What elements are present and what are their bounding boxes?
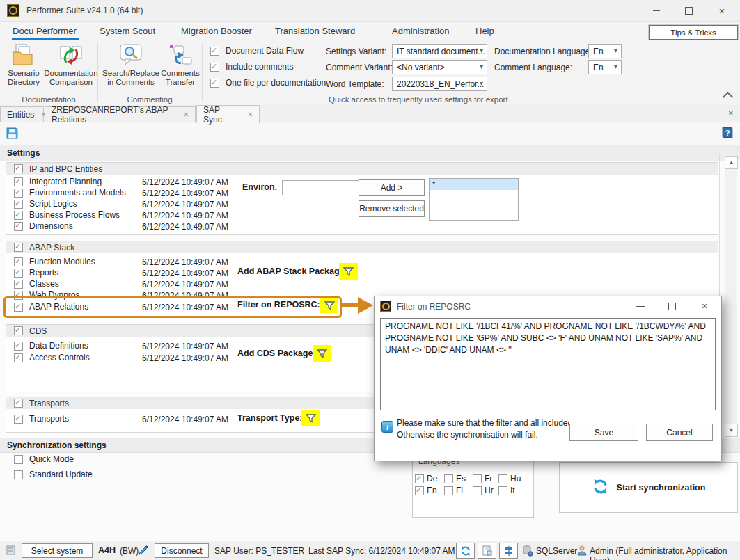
checkbox-icon[interactable]	[498, 486, 507, 495]
checkbox-icon[interactable]	[14, 455, 23, 464]
checkbox-icon[interactable]	[444, 474, 453, 483]
entity-row[interactable]: Environments and Models	[14, 188, 126, 198]
settings-compare-button[interactable]	[499, 543, 518, 559]
tab-sap-sync[interactable]: SAP Sync.×	[196, 105, 260, 123]
checkbox-icon[interactable]	[14, 243, 23, 252]
save-icon[interactable]	[6, 127, 19, 142]
scroll-down-icon[interactable]: ▼	[725, 424, 738, 437]
tips-and-tricks-button[interactable]: Tips & Tricks	[649, 25, 738, 40]
start-synchronization-button[interactable]: Start synchronization	[559, 462, 738, 513]
export-doc-button[interactable]	[478, 543, 496, 559]
checkbox-icon[interactable]	[14, 189, 23, 198]
entity-row[interactable]: Business Process Flows	[14, 210, 120, 220]
save-button[interactable]: Save	[569, 424, 638, 441]
comments-transfer-button[interactable]: Comments Transfer	[160, 43, 200, 87]
checkbox-icon[interactable]	[473, 474, 482, 483]
collapse-ribbon-icon[interactable]	[724, 93, 732, 101]
checkbox-icon[interactable]	[14, 211, 23, 220]
language-de[interactable]: De	[415, 474, 437, 483]
language-hu[interactable]: Hu	[498, 474, 521, 483]
language-es[interactable]: Es	[444, 474, 466, 483]
checkbox-icon[interactable]	[14, 326, 23, 335]
tab-abap-relations[interactable]: ZREPOSCANREPORT's ABAP Relations×	[45, 106, 196, 122]
entity-row[interactable]: Script Logics	[14, 199, 77, 209]
filter-icon[interactable]	[339, 263, 358, 280]
documentation-comparison-button[interactable]: Documentation Comparison	[43, 43, 99, 87]
language-fr[interactable]: Fr	[473, 474, 492, 483]
language-en[interactable]: En	[415, 486, 437, 495]
environ-list[interactable]: *	[429, 178, 519, 221]
standard-update-option[interactable]: Standard Update	[14, 470, 93, 479]
checkbox-icon[interactable]	[415, 486, 424, 495]
entity-row[interactable]: Transports	[14, 414, 69, 424]
filter-expression-input[interactable]: PROGNAME NOT LIKE '/1BCF41/%' AND PROGNA…	[380, 318, 716, 410]
entity-row[interactable]: Function Modules	[14, 257, 95, 266]
close-button[interactable]: ×	[706, 0, 738, 21]
help-icon[interactable]: ?	[721, 126, 734, 141]
option-one-file-per-documentation[interactable]: One file per documentation	[210, 78, 326, 88]
select-system-button[interactable]: Select system	[22, 543, 93, 558]
environ-input[interactable]	[282, 180, 360, 195]
filter-icon[interactable]	[313, 345, 331, 362]
dialog-maximize-button[interactable]	[661, 296, 683, 316]
comment-variant-dropdown[interactable]: <No variant>	[392, 60, 487, 74]
checkbox-icon[interactable]	[14, 269, 23, 278]
environ-add-button[interactable]: Add >	[359, 179, 425, 196]
checkbox-icon[interactable]	[498, 474, 507, 483]
menu-item-system-scout[interactable]: System Scout	[100, 26, 155, 36]
word-template-dropdown[interactable]: 20220318_EN_Perfor...	[392, 77, 487, 91]
checkbox-icon[interactable]	[14, 257, 23, 266]
tab-close-icon[interactable]: ×	[184, 110, 189, 120]
menu-item-docu-performer[interactable]: Docu Performer	[13, 26, 77, 36]
documentation-language-dropdown[interactable]: En	[588, 44, 622, 58]
checkbox-icon[interactable]	[210, 47, 219, 56]
environ-list-item-selected[interactable]: *	[430, 179, 518, 190]
tab-close-icon[interactable]: ×	[248, 110, 253, 120]
language-fi[interactable]: Fi	[444, 486, 463, 495]
sync-status-button[interactable]	[456, 543, 475, 559]
checkbox-icon[interactable]	[210, 63, 219, 72]
entity-row[interactable]: Reports	[14, 268, 58, 278]
dialog-minimize-button[interactable]: —	[629, 296, 652, 316]
menu-item-help[interactable]: Help	[475, 26, 494, 36]
checkbox-icon[interactable]	[14, 222, 23, 231]
search-replace-comments-button[interactable]: Search/Replace in Comments	[100, 43, 162, 87]
checkbox-icon[interactable]	[14, 353, 23, 362]
checkbox-icon[interactable]	[14, 342, 23, 351]
maximize-button[interactable]	[672, 0, 704, 21]
environ-remove-button[interactable]: Remove selected	[359, 200, 425, 217]
checkbox-icon[interactable]	[14, 177, 23, 186]
settings-variant-dropdown[interactable]: IT standard document...	[392, 44, 487, 58]
option-document-data-flow[interactable]: Document Data Flow	[210, 46, 304, 56]
checkbox-icon[interactable]	[14, 415, 23, 424]
checkbox-icon[interactable]	[14, 280, 23, 289]
tab-entities[interactable]: Entities×	[0, 106, 44, 122]
language-it[interactable]: It	[498, 486, 515, 495]
checkbox-icon[interactable]	[210, 79, 219, 88]
quick-mode-option[interactable]: Quick Mode	[14, 454, 74, 464]
dialog-close-button[interactable]: ×	[693, 296, 716, 316]
cancel-button[interactable]: Cancel	[646, 424, 713, 441]
entity-row[interactable]: Dimensions	[14, 221, 73, 231]
menu-item-translation-steward[interactable]: Translation Steward	[275, 26, 355, 36]
checkbox-icon[interactable]	[415, 474, 424, 483]
checkbox-icon[interactable]	[14, 200, 23, 209]
tabbar-close-icon[interactable]: ×	[728, 108, 734, 118]
option-include-comments[interactable]: Include comments	[210, 62, 293, 72]
entity-row[interactable]: Data Definitions	[14, 341, 88, 351]
section-header-row[interactable]: IP and BPC Entities	[6, 163, 718, 175]
entity-row[interactable]: Classes	[14, 279, 59, 289]
scroll-up-icon[interactable]: ▲	[725, 156, 738, 169]
filter-icon[interactable]	[301, 410, 320, 426]
checkbox-icon[interactable]	[14, 470, 23, 479]
disconnect-button[interactable]: Disconnect	[155, 543, 209, 558]
entity-row[interactable]: Integrated Planning	[14, 177, 102, 186]
checkbox-icon[interactable]	[444, 486, 453, 495]
minimize-button[interactable]	[640, 0, 672, 21]
menu-item-administration[interactable]: Administration	[392, 26, 449, 36]
section-header-row[interactable]: ABAP Stack	[6, 241, 718, 253]
language-hr[interactable]: Hr	[473, 486, 494, 495]
checkbox-icon[interactable]	[473, 486, 482, 495]
menu-item-migration-booster[interactable]: Migration Booster	[181, 26, 252, 36]
checkbox-icon[interactable]	[14, 399, 23, 408]
